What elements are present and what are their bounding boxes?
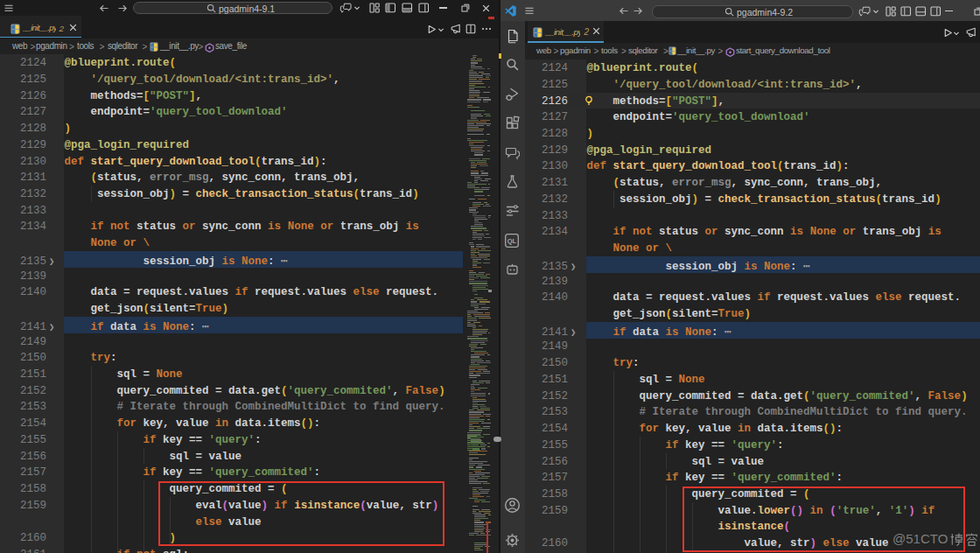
svg-text:QL: QL (508, 237, 517, 245)
